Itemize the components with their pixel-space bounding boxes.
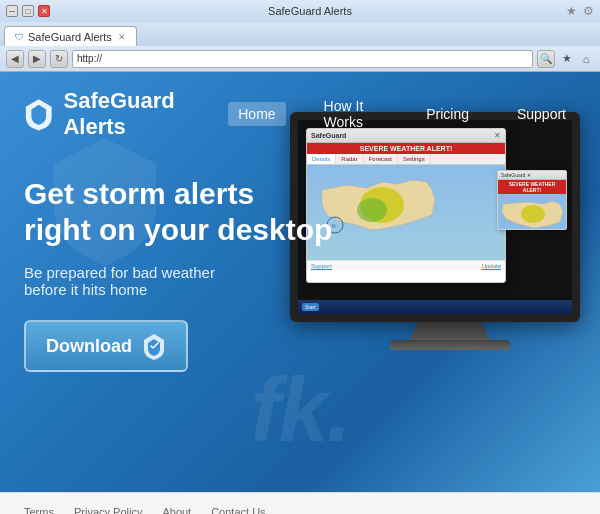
nav-link-home[interactable]: Home <box>228 102 285 126</box>
footer-link-contact[interactable]: Contact Us <box>211 506 265 515</box>
star-toolbar-icon[interactable]: ★ <box>559 51 575 67</box>
footer-link-terms[interactable]: Terms <box>24 506 54 515</box>
footer-link-privacy[interactable]: Privacy Policy <box>74 506 142 515</box>
browser-tab[interactable]: 🛡 SafeGuard Alerts ✕ <box>4 26 137 46</box>
footer-link-about[interactable]: About <box>162 506 191 515</box>
tab-favicon: 🛡 <box>15 32 24 42</box>
nav-link-support[interactable]: Support <box>507 102 576 126</box>
settings-icon: ⚙ <box>583 4 594 18</box>
address-input[interactable] <box>72 50 533 68</box>
forward-button[interactable]: ▶ <box>28 50 46 68</box>
star-icon: ★ <box>566 4 577 18</box>
navbar: SafeGuard Alerts Home How It Works Prici… <box>0 72 600 156</box>
hero-content: Get storm alerts right on your desktop B… <box>0 156 600 372</box>
download-button[interactable]: Download <box>24 320 188 372</box>
hero-headline-line1: Get storm alerts <box>24 176 576 212</box>
title-bar-left: ─ □ ✕ <box>6 5 50 17</box>
logo-shield-icon <box>24 96 53 132</box>
hero-headline: Get storm alerts right on your desktop <box>24 176 576 248</box>
browser-chrome: ─ □ ✕ SafeGuard Alerts ★ ⚙ 🛡 SafeGuard A… <box>0 0 600 72</box>
window-title: SafeGuard Alerts <box>268 5 352 17</box>
footer: Terms Privacy Policy About Contact Us <box>0 492 600 514</box>
hero-headline-line2: right on your desktop <box>24 212 576 248</box>
tab-label: SafeGuard Alerts <box>28 31 112 43</box>
search-button[interactable]: 🔍 <box>537 50 555 68</box>
download-label: Download <box>46 336 132 357</box>
webpage: fk. SafeGuard Alerts Home How It Works P… <box>0 72 600 514</box>
title-bar: ─ □ ✕ SafeGuard Alerts ★ ⚙ <box>0 0 600 22</box>
nav-link-pricing[interactable]: Pricing <box>416 102 479 126</box>
download-shield-icon <box>142 332 166 360</box>
tab-bar: 🛡 SafeGuard Alerts ✕ <box>0 22 600 46</box>
address-bar: ◀ ▶ ↻ 🔍 ★ ⌂ <box>0 46 600 72</box>
tab-close-button[interactable]: ✕ <box>118 32 126 42</box>
nav-links: Home How It Works Pricing Support <box>228 94 576 134</box>
hero-subtext: Be prepared for bad weatherbefore it hit… <box>24 264 576 298</box>
close-button[interactable]: ✕ <box>38 5 50 17</box>
logo: SafeGuard Alerts <box>24 88 228 140</box>
nav-link-how-it-works[interactable]: How It Works <box>314 94 389 134</box>
back-button[interactable]: ◀ <box>6 50 24 68</box>
home-toolbar-icon[interactable]: ⌂ <box>578 51 594 67</box>
logo-text: SafeGuard Alerts <box>63 88 228 140</box>
refresh-button[interactable]: ↻ <box>50 50 68 68</box>
maximize-button[interactable]: □ <box>22 5 34 17</box>
hero-section: fk. SafeGuard Alerts Home How It Works P… <box>0 72 600 492</box>
watermark-text: fk. <box>250 359 349 462</box>
minimize-button[interactable]: ─ <box>6 5 18 17</box>
